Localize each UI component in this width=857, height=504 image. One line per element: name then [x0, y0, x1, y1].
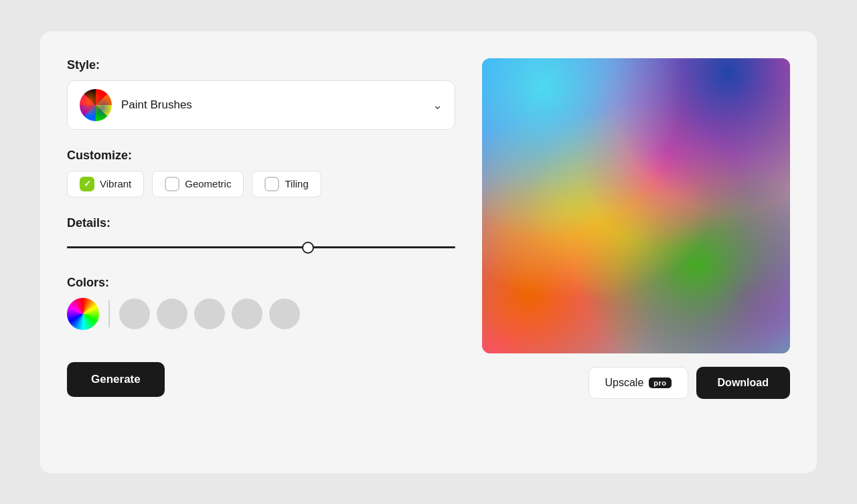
- details-label: Details:: [67, 216, 455, 230]
- color-wheel[interactable]: [67, 298, 99, 330]
- checkbox-vibrant[interactable]: [80, 177, 94, 191]
- style-label: Style:: [67, 58, 455, 72]
- left-panel: Style: Paint Brushes ⌄ Customize: Vibran…: [67, 58, 455, 397]
- details-slider-container: [67, 238, 455, 257]
- color-swatch-4[interactable]: [232, 299, 262, 329]
- colors-row: [67, 298, 455, 330]
- checkbox-geometric[interactable]: [165, 177, 179, 191]
- right-panel: Upscale pro Download: [482, 58, 790, 400]
- colors-label: Colors:: [67, 276, 455, 290]
- pro-badge: pro: [649, 377, 671, 388]
- upscale-button[interactable]: Upscale pro: [589, 367, 688, 399]
- slider-thumb[interactable]: [302, 242, 314, 254]
- option-vibrant-label: Vibrant: [100, 178, 131, 189]
- option-geometric[interactable]: Geometric: [152, 171, 244, 197]
- upscale-label: Upscale: [605, 377, 644, 389]
- app-container: Style: Paint Brushes ⌄ Customize: Vibran…: [40, 31, 817, 473]
- customize-options: Vibrant Geometric Tiling: [67, 171, 455, 197]
- chevron-down-icon: ⌄: [433, 98, 443, 112]
- color-swatch-5[interactable]: [269, 299, 300, 329]
- bottom-row: Generate: [67, 362, 455, 397]
- generated-image-container: [482, 58, 790, 354]
- colors-section: Colors:: [67, 276, 455, 330]
- style-icon: [80, 89, 112, 121]
- color-swatch-1[interactable]: [119, 299, 150, 329]
- generate-button[interactable]: Generate: [67, 362, 165, 397]
- style-name: Paint Brushes: [121, 98, 423, 112]
- checkbox-tiling[interactable]: [264, 177, 279, 191]
- style-dropdown[interactable]: Paint Brushes ⌄: [67, 80, 455, 130]
- slider-track: [67, 246, 455, 248]
- color-swatch-3[interactable]: [194, 299, 225, 329]
- option-vibrant[interactable]: Vibrant: [67, 171, 144, 197]
- color-divider: [108, 301, 110, 327]
- option-tiling-label: Tiling: [285, 178, 308, 189]
- image-actions: Upscale pro Download: [482, 367, 790, 399]
- option-tiling[interactable]: Tiling: [252, 171, 321, 197]
- option-geometric-label: Geometric: [185, 178, 231, 189]
- customize-section: Customize: Vibrant Geometric Tiling: [67, 149, 455, 197]
- color-swatch-2[interactable]: [157, 299, 187, 329]
- style-section: Style: Paint Brushes ⌄: [67, 58, 455, 130]
- details-section: Details:: [67, 216, 455, 257]
- customize-label: Customize:: [67, 149, 455, 163]
- generated-image: [482, 58, 790, 354]
- download-button[interactable]: Download: [696, 367, 790, 399]
- slider-fill: [67, 246, 308, 248]
